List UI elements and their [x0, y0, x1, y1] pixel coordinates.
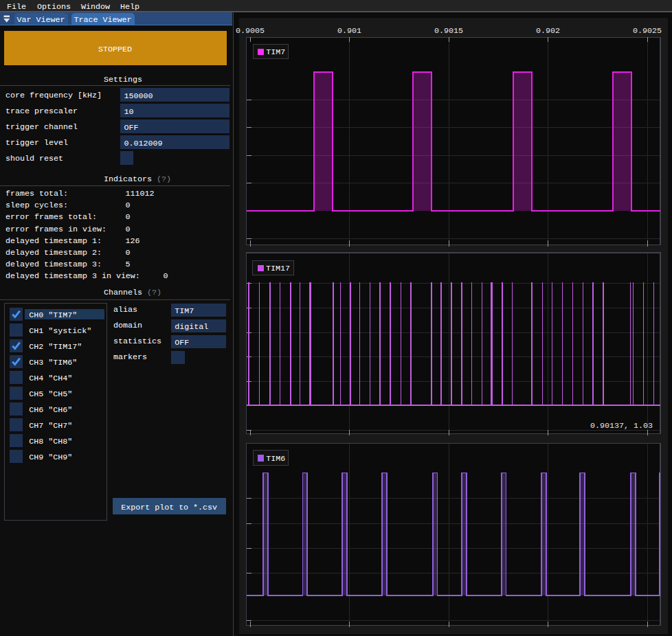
svg-text:0.9025: 0.9025 — [633, 26, 662, 36]
svg-text:TIM17: TIM17 — [266, 264, 290, 273]
svg-text:0.901: 0.901 — [337, 26, 361, 36]
svg-text:TIM7: TIM7 — [266, 47, 285, 57]
svg-text:TIM6: TIM6 — [266, 454, 285, 464]
svg-text:0.9015: 0.9015 — [434, 26, 463, 36]
svg-text:0.902: 0.902 — [536, 26, 560, 36]
svg-text:0.90137, 1.03: 0.90137, 1.03 — [590, 421, 653, 431]
svg-text:0.9005: 0.9005 — [236, 26, 265, 36]
